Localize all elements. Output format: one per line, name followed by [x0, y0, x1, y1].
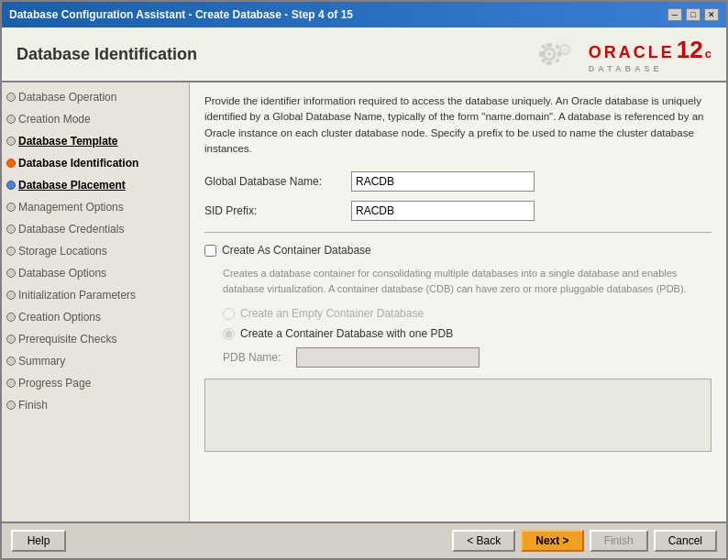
maximize-button[interactable]: □ [686, 8, 700, 21]
sidebar-item-creation-options[interactable]: Creation Options [2, 306, 189, 328]
header-panel: Database Identification [2, 27, 726, 82]
sidebar-dot [6, 203, 16, 212]
content-area: Provide the identifier information requi… [190, 82, 726, 522]
svg-rect-9 [555, 58, 560, 63]
footer-right: < Back Next > Finish Cancel [452, 530, 717, 552]
oracle-logo: ORACLE 12 c DATABASE [535, 36, 711, 73]
sid-prefix-row: SID Prefix: [204, 201, 711, 221]
create-container-label[interactable]: Create As Container Database [222, 244, 371, 257]
description: Provide the identifier information requi… [204, 93, 711, 157]
script-area [204, 379, 711, 452]
sidebar-item-database-credentials[interactable]: Database Credentials [2, 218, 189, 240]
radio-empty-row: Create an Empty Container Database [223, 307, 711, 320]
sidebar-item-creation-mode[interactable]: Creation Mode [2, 108, 189, 130]
main-content: Database Operation Creation Mode Databas… [2, 82, 726, 522]
global-db-name-label: Global Database Name: [204, 175, 351, 188]
container-description: Creates a database container for consoli… [223, 266, 711, 296]
sidebar-label: Finish [18, 399, 48, 412]
page-title: Database Identification [17, 45, 197, 64]
oracle-c: c [705, 47, 711, 60]
sidebar-label: Database Template [18, 135, 118, 148]
svg-rect-2 [546, 43, 552, 47]
sidebar-dot [6, 291, 16, 300]
sidebar-label: Progress Page [18, 377, 91, 390]
footer: Help < Back Next > Finish Cancel [2, 522, 726, 558]
sidebar-dot [6, 379, 16, 388]
oracle-brand: ORACLE 12 c DATABASE [589, 36, 711, 73]
main-window: Database Configuration Assistant - Creat… [0, 0, 728, 560]
global-db-name-row: Global Database Name: [204, 171, 711, 192]
window-controls: ─ □ ✕ [667, 8, 719, 21]
radio-empty-label[interactable]: Create an Empty Container Database [240, 307, 424, 320]
create-container-row: Create As Container Database [204, 244, 711, 257]
sidebar-item-finish[interactable]: Finish [2, 394, 189, 416]
sidebar-label: Management Options [18, 201, 124, 214]
oracle-subtitle: DATABASE [589, 64, 663, 73]
create-container-checkbox[interactable] [204, 245, 216, 257]
svg-rect-3 [546, 61, 552, 65]
sidebar-item-database-identification[interactable]: Database Identification [2, 152, 189, 174]
sidebar-label: Creation Mode [18, 113, 91, 126]
sidebar: Database Operation Creation Mode Databas… [2, 82, 190, 522]
sidebar-item-database-placement[interactable]: Database Placement [2, 174, 189, 196]
sidebar-label: Storage Locations [18, 245, 107, 258]
sidebar-label: Database Placement [18, 179, 126, 192]
sidebar-dot [6, 269, 16, 278]
sidebar-item-summary[interactable]: Summary [2, 350, 189, 372]
pdb-name-label: PDB Name: [223, 351, 296, 364]
sidebar-item-progress-page[interactable]: Progress Page [2, 372, 189, 394]
sidebar-dot [6, 93, 16, 102]
sidebar-item-database-operation[interactable]: Database Operation [2, 86, 189, 108]
title-bar: Database Configuration Assistant - Creat… [2, 2, 726, 27]
sidebar-dot [6, 115, 16, 124]
svg-point-1 [547, 52, 551, 56]
sidebar-dot [6, 335, 16, 344]
radio-one-pdb-label[interactable]: Create a Container Database with one PDB [240, 327, 453, 340]
sidebar-item-prerequisite-checks[interactable]: Prerequisite Checks [2, 328, 189, 350]
svg-rect-4 [539, 51, 543, 57]
footer-left: Help [11, 530, 66, 552]
next-button[interactable]: Next > [521, 530, 583, 552]
oracle-version: 12 [677, 36, 703, 64]
radio-one-pdb-row: Create a Container Database with one PDB [223, 327, 711, 340]
pdb-name-row: PDB Name: [223, 347, 711, 368]
radio-empty-input[interactable] [223, 308, 235, 320]
sidebar-label: Database Operation [18, 91, 116, 104]
finish-button[interactable]: Finish [590, 530, 648, 552]
sid-prefix-input[interactable] [351, 201, 535, 221]
sidebar-dot [6, 137, 16, 146]
sidebar-item-management-options[interactable]: Management Options [2, 196, 189, 218]
gear-icons [535, 36, 581, 72]
cancel-button[interactable]: Cancel [654, 530, 717, 552]
sidebar-label: Initialization Parameters [18, 289, 136, 302]
sidebar-label: Database Identification [18, 157, 138, 170]
close-button[interactable]: ✕ [704, 8, 719, 21]
window-title: Database Configuration Assistant - Creat… [9, 8, 353, 21]
sidebar-item-database-template[interactable]: Database Template [2, 130, 189, 152]
sidebar-label: Prerequisite Checks [18, 333, 116, 346]
sidebar-label: Database Credentials [18, 223, 124, 236]
sid-prefix-label: SID Prefix: [204, 204, 351, 217]
radio-group: Create an Empty Container Database Creat… [223, 307, 711, 340]
sidebar-item-storage-locations[interactable]: Storage Locations [2, 240, 189, 262]
sidebar-label: Database Options [18, 267, 106, 280]
sidebar-dot [6, 357, 16, 366]
sidebar-dot [6, 225, 16, 234]
back-button[interactable]: < Back [452, 530, 515, 552]
svg-point-11 [563, 49, 566, 51]
sidebar-dot-current [6, 159, 16, 168]
sidebar-dot [6, 181, 16, 190]
sidebar-dot [6, 401, 16, 410]
minimize-button[interactable]: ─ [667, 8, 682, 21]
sidebar-dot [6, 313, 16, 322]
sidebar-dot [6, 247, 16, 256]
help-button[interactable]: Help [11, 530, 66, 552]
sidebar-item-database-options[interactable]: Database Options [2, 262, 189, 284]
sidebar-label: Creation Options [18, 311, 101, 324]
radio-one-pdb-input[interactable] [223, 328, 235, 340]
sidebar-item-initialization-parameters[interactable]: Initialization Parameters [2, 284, 189, 306]
separator [204, 232, 711, 233]
global-db-name-input[interactable] [351, 171, 535, 192]
pdb-name-input[interactable] [296, 347, 480, 368]
oracle-name: ORACLE [589, 43, 675, 62]
